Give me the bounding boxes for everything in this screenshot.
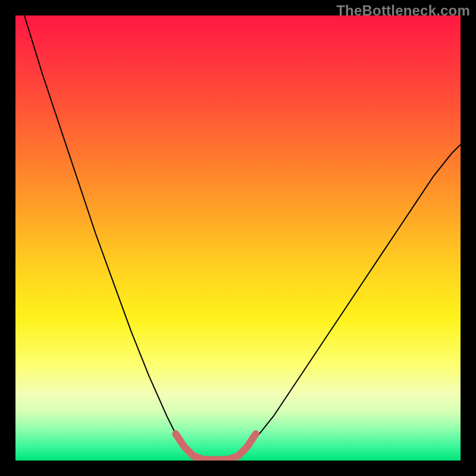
chart-frame: TheBottleneck.com xyxy=(0,0,476,476)
chart-plot-area xyxy=(15,15,461,461)
series-valley-highlight xyxy=(176,434,256,459)
series-left-curve xyxy=(24,15,193,456)
watermark-text: TheBottleneck.com xyxy=(336,2,470,19)
chart-svg xyxy=(15,15,461,461)
series-right-curve xyxy=(238,145,461,456)
